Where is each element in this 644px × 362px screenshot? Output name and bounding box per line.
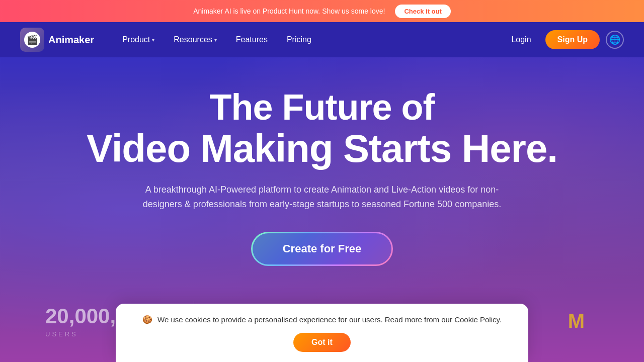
- globe-icon[interactable]: 🌐: [606, 31, 624, 49]
- cookie-banner: 🍪 We use cookies to provide a personalis…: [116, 304, 528, 362]
- brand-mcdonalds: M: [568, 310, 585, 332]
- hero-subtitle: A breakthrough AI-Powered platform to cr…: [141, 183, 503, 212]
- nav-pricing[interactable]: Pricing: [279, 31, 319, 48]
- logo-icon-inner: 🎬: [24, 32, 40, 48]
- navigation: 🎬 Animaker Product ▾ Resources ▾ Feature…: [0, 22, 644, 57]
- signup-button[interactable]: Sign Up: [545, 30, 600, 49]
- create-free-button[interactable]: Create for Free: [251, 232, 393, 266]
- cookie-text: 🍪 We use cookies to provide a personalis…: [142, 314, 502, 326]
- got-it-button[interactable]: Got it: [293, 333, 351, 352]
- hero-title: The Future of Video Making Starts Here.: [87, 87, 557, 170]
- chevron-down-icon: ▾: [214, 37, 217, 43]
- nav-right: Login Sign Up 🌐: [503, 30, 624, 49]
- logo-link[interactable]: 🎬 Animaker: [20, 28, 94, 52]
- logo-text: Animaker: [48, 34, 94, 46]
- hero-content: The Future of Video Making Starts Here. …: [87, 87, 557, 266]
- logo-icon: 🎬: [20, 28, 44, 52]
- check-it-out-button[interactable]: Check it out: [395, 5, 450, 18]
- top-banner: Animaker AI is live on Product Hunt now.…: [0, 0, 644, 22]
- chevron-down-icon: ▾: [152, 37, 154, 43]
- nav-features[interactable]: Features: [228, 31, 276, 48]
- banner-text: Animaker AI is live on Product Hunt now.…: [193, 7, 385, 15]
- nav-resources[interactable]: Resources ▾: [166, 31, 224, 48]
- login-button[interactable]: Login: [503, 31, 539, 48]
- nav-product[interactable]: Product ▾: [114, 31, 163, 48]
- cookie-icon: 🍪: [142, 315, 152, 324]
- nav-links: Product ▾ Resources ▾ Features Pricing: [114, 31, 503, 48]
